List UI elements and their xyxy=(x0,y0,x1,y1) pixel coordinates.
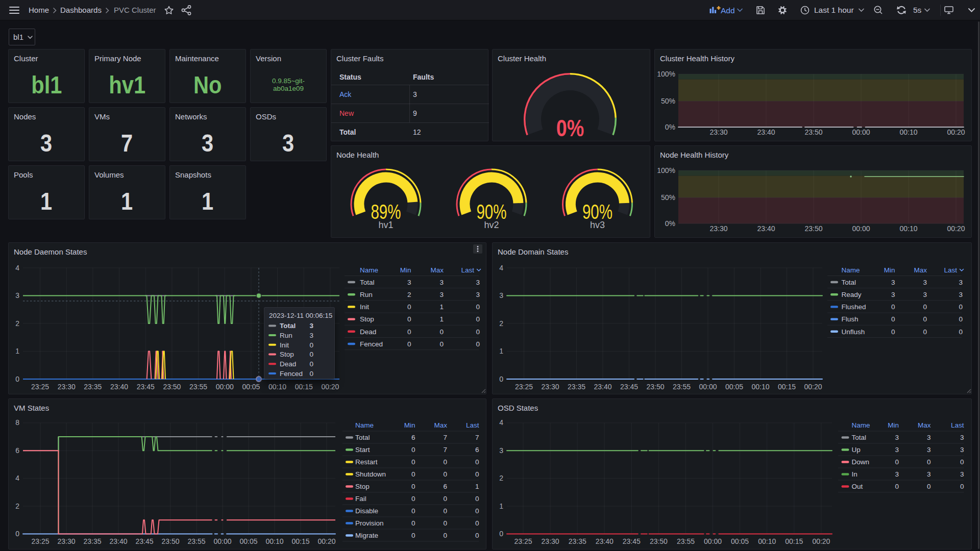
svg-text:00:05: 00:05 xyxy=(242,383,260,391)
svg-text:6: 6 xyxy=(443,483,447,490)
svg-text:4: 4 xyxy=(499,418,503,427)
svg-text:Name: Name xyxy=(842,266,860,274)
svg-text:50%: 50% xyxy=(661,193,675,202)
svg-text:Status: Status xyxy=(339,73,361,81)
svg-text:23:40: 23:40 xyxy=(594,383,611,391)
svg-text:0: 0 xyxy=(476,303,480,311)
svg-text:00:10: 00:10 xyxy=(265,537,283,545)
svg-text:00:00: 00:00 xyxy=(704,537,722,545)
svg-text:Stop: Stop xyxy=(280,350,294,358)
svg-text:00:00: 00:00 xyxy=(852,224,870,233)
svg-text:Last 1 hour: Last 1 hour xyxy=(814,6,854,14)
svg-text:3: 3 xyxy=(309,332,313,339)
svg-text:00:00: 00:00 xyxy=(699,383,717,391)
svg-text:0: 0 xyxy=(411,519,415,527)
svg-text:23:55: 23:55 xyxy=(189,383,207,391)
svg-text:Min: Min xyxy=(888,421,899,429)
svg-text:23:55: 23:55 xyxy=(677,537,695,545)
svg-text:Run: Run xyxy=(360,291,373,298)
svg-text:0: 0 xyxy=(923,315,927,323)
svg-text:0: 0 xyxy=(15,375,19,383)
svg-text:0: 0 xyxy=(407,340,411,348)
svg-text:Max: Max xyxy=(918,421,931,429)
svg-text:00:20: 00:20 xyxy=(812,537,830,545)
svg-text:0: 0 xyxy=(443,470,447,478)
svg-text:23:35: 23:35 xyxy=(568,383,585,391)
svg-text:Shutdown: Shutdown xyxy=(355,470,386,478)
svg-text:0: 0 xyxy=(475,458,479,466)
svg-text:3: 3 xyxy=(439,291,444,298)
svg-text:0: 0 xyxy=(959,315,963,323)
svg-text:3: 3 xyxy=(439,279,444,286)
svg-text:23:30: 23:30 xyxy=(57,537,75,545)
svg-text:3: 3 xyxy=(960,434,964,441)
svg-text:0: 0 xyxy=(476,340,480,348)
svg-text:0: 0 xyxy=(15,530,19,538)
svg-text:0: 0 xyxy=(443,458,447,466)
svg-text:3: 3 xyxy=(476,279,480,286)
svg-text:0: 0 xyxy=(499,530,503,538)
svg-text:0: 0 xyxy=(411,470,415,478)
svg-text:Restart: Restart xyxy=(355,458,378,466)
svg-text:Max: Max xyxy=(434,421,447,429)
svg-text:In: In xyxy=(852,470,857,478)
svg-text:3: 3 xyxy=(895,446,899,454)
svg-text:Run: Run xyxy=(280,332,292,339)
svg-text:0: 0 xyxy=(475,495,479,503)
svg-text:Min: Min xyxy=(404,421,415,429)
svg-text:0: 0 xyxy=(923,328,927,336)
svg-text:0: 0 xyxy=(960,483,964,490)
svg-text:Migrate: Migrate xyxy=(355,532,378,539)
svg-text:23:30: 23:30 xyxy=(709,128,727,136)
svg-text:12: 12 xyxy=(413,128,421,136)
svg-text:00:00: 00:00 xyxy=(216,383,234,391)
svg-text:Start: Start xyxy=(355,446,370,454)
svg-text:3: 3 xyxy=(476,291,480,298)
svg-text:23:45: 23:45 xyxy=(620,383,638,391)
svg-text:0: 0 xyxy=(411,446,415,454)
svg-text:5s: 5s xyxy=(913,6,922,14)
svg-text:00:10: 00:10 xyxy=(758,537,776,545)
svg-text:6: 6 xyxy=(411,434,415,441)
svg-text:00:10: 00:10 xyxy=(899,128,917,136)
svg-text:Up: Up xyxy=(852,446,861,454)
svg-text:Dead: Dead xyxy=(360,328,376,336)
svg-text:Last: Last xyxy=(944,266,957,274)
svg-text:00:05: 00:05 xyxy=(725,383,743,391)
svg-text:23:50: 23:50 xyxy=(650,537,668,545)
svg-text:0: 0 xyxy=(411,483,415,490)
svg-text:Flush: Flush xyxy=(842,315,859,323)
svg-text:3: 3 xyxy=(891,279,895,286)
svg-text:1: 1 xyxy=(15,347,19,355)
svg-text:0: 0 xyxy=(443,507,447,515)
svg-text:Faults: Faults xyxy=(413,73,434,81)
svg-text:0: 0 xyxy=(476,315,480,323)
svg-text:Init: Init xyxy=(280,341,289,349)
svg-text:Last: Last xyxy=(466,421,479,429)
svg-text:6: 6 xyxy=(475,446,479,454)
svg-text:7: 7 xyxy=(443,446,447,454)
svg-text:Total: Total xyxy=(842,279,856,286)
svg-text:00:20: 00:20 xyxy=(317,537,335,545)
svg-text:Init: Init xyxy=(360,303,369,311)
svg-text:23:40: 23:40 xyxy=(757,224,775,233)
svg-text:0: 0 xyxy=(309,350,313,358)
svg-text:4: 4 xyxy=(15,474,19,482)
svg-text:Ack: Ack xyxy=(339,90,352,98)
svg-text:Down: Down xyxy=(852,458,870,466)
svg-text:23:50: 23:50 xyxy=(646,383,664,391)
svg-text:3: 3 xyxy=(927,470,931,478)
svg-text:0: 0 xyxy=(891,315,895,323)
svg-text:23:50: 23:50 xyxy=(804,224,822,233)
svg-text:23:50: 23:50 xyxy=(163,383,181,391)
svg-text:Name: Name xyxy=(852,421,870,429)
svg-text:6: 6 xyxy=(15,446,19,455)
svg-text:00:15: 00:15 xyxy=(778,383,796,391)
svg-text:0: 0 xyxy=(927,458,931,466)
svg-text:hv3: hv3 xyxy=(590,220,605,230)
svg-text:00:15: 00:15 xyxy=(785,537,803,545)
svg-text:00:00: 00:00 xyxy=(213,537,231,545)
svg-text:3: 3 xyxy=(407,279,411,286)
svg-text:Fenced: Fenced xyxy=(280,370,303,378)
svg-text:0: 0 xyxy=(895,483,899,490)
